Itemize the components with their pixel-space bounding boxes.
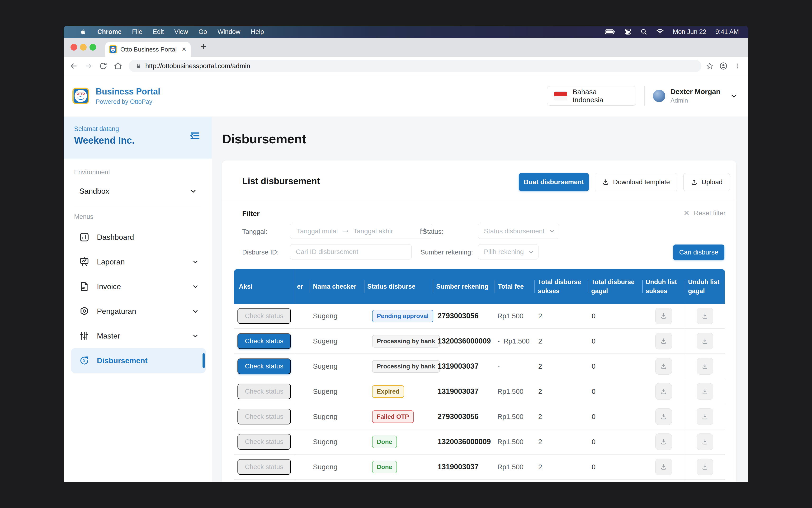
browser-tab[interactable]: OTTO Otto Business Portal ✕ — [105, 42, 191, 57]
sidebar-item-disbursement[interactable]: $ Disbursement — [71, 348, 206, 373]
download-sukses-button[interactable] — [655, 333, 672, 349]
address-bar[interactable]: http://ottobusinessportal.com/admin — [129, 60, 701, 72]
reset-filter-label: Reset filter — [694, 209, 726, 217]
menubar-item-chrome[interactable]: Chrome — [97, 28, 122, 36]
back-icon[interactable] — [67, 59, 81, 73]
reset-filter-button[interactable]: ✕ Reset filter — [684, 209, 726, 217]
column-header-checker: Nama checker — [310, 269, 364, 304]
menubar-clock[interactable]: 9:41 AM — [715, 28, 739, 36]
download-sukses-button[interactable] — [655, 383, 672, 400]
download-sukses-button[interactable] — [655, 358, 672, 375]
table-row: Check status Sugeng Pending approval 279… — [234, 304, 725, 329]
reload-icon[interactable] — [96, 59, 111, 73]
download-template-button[interactable]: Download template — [595, 173, 677, 191]
forward-icon[interactable] — [81, 59, 96, 73]
language-selector[interactable]: Bahasa Indonesia — [547, 86, 636, 105]
check-status-button: Check status — [238, 459, 291, 475]
user-role: Admin — [671, 97, 720, 104]
button-label: Buat disbursement — [524, 178, 584, 186]
apple-icon[interactable] — [80, 28, 87, 35]
disburse-id-field[interactable] — [290, 245, 412, 259]
buat-disbursement-button[interactable]: Buat disbursement — [519, 173, 589, 191]
profile-icon[interactable] — [717, 59, 730, 73]
status-select[interactable]: Status disbursement — [478, 224, 559, 239]
lock-icon[interactable] — [135, 63, 141, 69]
menubar-item-window[interactable]: Window — [217, 28, 240, 36]
bookmark-star-icon[interactable] — [703, 59, 717, 73]
disburse-id-input[interactable] — [290, 244, 412, 259]
collapse-sidebar-icon[interactable] — [188, 129, 201, 142]
button-label: Cari disburse — [679, 249, 719, 256]
page-title: Disbursement — [222, 131, 306, 146]
window-minimize-button[interactable] — [80, 44, 87, 50]
sidebar-item-pengaturan[interactable]: Pengaturan — [71, 299, 206, 324]
download-gagal-button[interactable] — [697, 333, 713, 349]
download-gagal-button[interactable] — [697, 358, 713, 375]
user-avatar[interactable] — [653, 90, 665, 102]
table-row: Check status Sugeng Failed OTP 279300305… — [234, 404, 725, 429]
sumber-rekening-select[interactable]: Pilih rekening — [478, 244, 539, 259]
check-status-button[interactable]: Check status — [238, 358, 291, 374]
window-zoom-button[interactable] — [89, 44, 96, 50]
cell-sumber-rekening: 1320036000009 — [433, 429, 495, 454]
button-label: Upload — [701, 178, 723, 186]
sidebar-item-dashboard[interactable]: Dashboard — [71, 225, 206, 250]
window-close-button[interactable] — [71, 44, 77, 50]
column-header-rekening: Sumber rekening — [433, 269, 495, 304]
cell-total-gagal: 0 — [588, 379, 642, 404]
download-sukses-button[interactable] — [655, 459, 672, 475]
table-row: Check status Sugeng Processing by bank 1… — [234, 329, 725, 354]
environment-select[interactable]: Sandbox — [74, 182, 201, 200]
check-status-button: Check status — [238, 384, 291, 399]
check-status-button[interactable]: Check status — [238, 333, 291, 349]
battery-icon[interactable] — [605, 29, 615, 35]
filter-title: Filter — [242, 210, 259, 218]
menubar-item-view[interactable]: View — [174, 28, 188, 36]
upload-button[interactable]: Upload — [683, 173, 730, 191]
company-name: Weekend Inc. — [74, 135, 201, 146]
cell-nama-checker: Sugeng — [310, 429, 364, 454]
chevron-down-icon — [192, 332, 199, 339]
settings-icon — [79, 306, 90, 317]
control-center-icon[interactable] — [625, 28, 632, 35]
download-sukses-button[interactable] — [655, 308, 672, 324]
cell-total-fee: Rp1.500 — [495, 379, 535, 404]
tab-title: Otto Business Portal — [120, 46, 178, 53]
date-range-input[interactable]: Tanggal mulai Tanggal akhir — [290, 224, 432, 239]
sidebar-item-laporan[interactable]: Laporan — [71, 250, 206, 274]
sidebar-item-label: Dashboard — [97, 233, 134, 242]
user-menu-chevron-icon[interactable] — [730, 92, 738, 100]
menubar-item-go[interactable]: Go — [199, 28, 207, 36]
button-label: Download template — [613, 178, 670, 186]
download-sukses-button[interactable] — [655, 408, 672, 425]
cell-total-fee: Rp1.500 — [495, 404, 535, 429]
sidebar-item-invoice[interactable]: Invoice — [71, 274, 206, 299]
download-gagal-button[interactable] — [697, 433, 713, 450]
chevron-down-icon — [192, 308, 199, 315]
home-icon[interactable] — [111, 59, 125, 73]
cell-total-sukses: 2 — [535, 404, 588, 429]
browser-menu-icon[interactable] — [730, 59, 744, 73]
menubar-date[interactable]: Mon Jun 22 — [673, 28, 707, 36]
download-gagal-button[interactable] — [697, 383, 713, 400]
wifi-icon[interactable] — [656, 29, 664, 35]
sumber-rekening-label: Sumber rekening: — [421, 249, 473, 256]
tab-close-icon[interactable]: ✕ — [182, 46, 186, 53]
menubar-item-help[interactable]: Help — [251, 28, 264, 36]
sidebar-item-label: Invoice — [97, 282, 121, 291]
download-sukses-button[interactable] — [655, 433, 672, 450]
download-gagal-button[interactable] — [697, 459, 713, 475]
sidebar-item-label: Master — [97, 332, 120, 340]
download-gagal-button[interactable] — [697, 408, 713, 425]
cell-total-gagal: 0 — [588, 404, 642, 429]
cari-disburse-button[interactable]: Cari disburse — [673, 245, 724, 260]
main-content: Disbursement List disbursement Buat disb… — [212, 117, 749, 482]
new-tab-button[interactable]: + — [198, 41, 209, 52]
column-header-maker-partial: er — [295, 269, 310, 304]
download-gagal-button[interactable] — [697, 308, 713, 324]
menubar-item-edit[interactable]: Edit — [153, 28, 164, 36]
sumber-placeholder: Pilih rekening — [484, 248, 524, 256]
spotlight-search-icon[interactable] — [641, 29, 647, 35]
sidebar-item-master[interactable]: Master — [71, 324, 206, 348]
menubar-item-file[interactable]: File — [132, 28, 142, 36]
